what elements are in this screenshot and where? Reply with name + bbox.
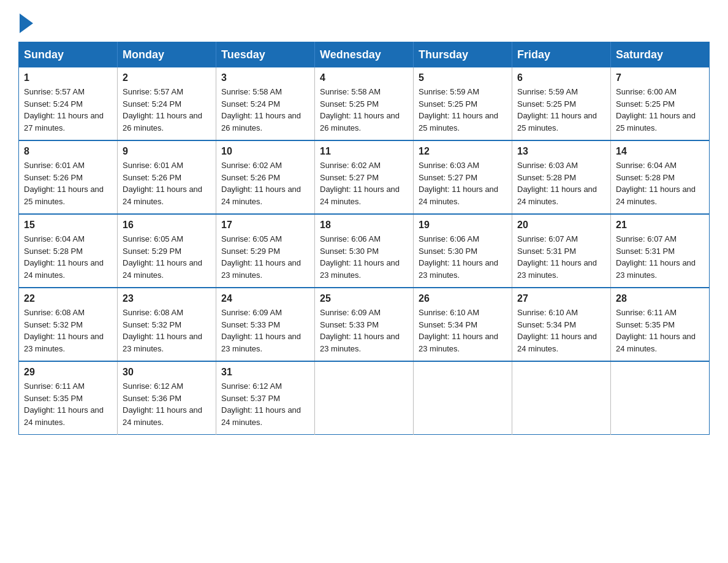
day-number: 21	[616, 220, 704, 231]
calendar-day-cell	[611, 361, 710, 435]
calendar-day-cell: 17 Sunrise: 6:05 AM Sunset: 5:29 PM Dayl…	[216, 214, 315, 288]
day-info: Sunrise: 6:03 AM Sunset: 5:28 PM Dayligh…	[517, 159, 605, 207]
calendar-week-row: 22 Sunrise: 6:08 AM Sunset: 5:32 PM Dayl…	[19, 288, 710, 361]
calendar-day-cell: 26 Sunrise: 6:10 AM Sunset: 5:34 PM Dayl…	[414, 288, 512, 361]
calendar-day-cell: 6 Sunrise: 5:59 AM Sunset: 5:25 PM Dayli…	[512, 67, 611, 140]
day-number: 1	[24, 72, 112, 83]
day-number: 15	[24, 220, 112, 231]
day-info: Sunrise: 6:10 AM Sunset: 5:34 PM Dayligh…	[419, 307, 507, 354]
day-info: Sunrise: 6:02 AM Sunset: 5:26 PM Dayligh…	[221, 159, 309, 207]
day-number: 3	[221, 72, 309, 83]
header-monday: Monday	[118, 42, 216, 68]
day-number: 27	[517, 293, 605, 304]
calendar-day-cell	[315, 361, 414, 435]
day-number: 13	[517, 146, 605, 157]
calendar-day-cell: 28 Sunrise: 6:11 AM Sunset: 5:35 PM Dayl…	[611, 288, 710, 361]
day-info: Sunrise: 6:04 AM Sunset: 5:28 PM Dayligh…	[616, 159, 704, 207]
day-info: Sunrise: 5:57 AM Sunset: 5:24 PM Dayligh…	[24, 86, 112, 134]
header-sunday: Sunday	[19, 42, 118, 68]
day-info: Sunrise: 6:01 AM Sunset: 5:26 PM Dayligh…	[24, 159, 112, 207]
day-info: Sunrise: 6:01 AM Sunset: 5:26 PM Dayligh…	[123, 159, 211, 207]
day-info: Sunrise: 6:05 AM Sunset: 5:29 PM Dayligh…	[221, 233, 309, 281]
calendar-day-cell: 11 Sunrise: 6:02 AM Sunset: 5:27 PM Dayl…	[315, 140, 414, 214]
day-info: Sunrise: 6:09 AM Sunset: 5:33 PM Dayligh…	[221, 307, 309, 354]
day-info: Sunrise: 6:05 AM Sunset: 5:29 PM Dayligh…	[123, 233, 211, 281]
day-info: Sunrise: 6:07 AM Sunset: 5:31 PM Dayligh…	[616, 233, 704, 281]
calendar-day-cell: 30 Sunrise: 6:12 AM Sunset: 5:36 PM Dayl…	[118, 361, 216, 435]
day-number: 7	[616, 72, 704, 83]
calendar-day-cell: 2 Sunrise: 5:57 AM Sunset: 5:24 PM Dayli…	[118, 67, 216, 140]
day-info: Sunrise: 6:04 AM Sunset: 5:28 PM Dayligh…	[24, 233, 112, 281]
day-info: Sunrise: 6:03 AM Sunset: 5:27 PM Dayligh…	[419, 159, 507, 207]
calendar-day-cell: 9 Sunrise: 6:01 AM Sunset: 5:26 PM Dayli…	[118, 140, 216, 214]
day-number: 6	[517, 72, 605, 83]
calendar-day-cell: 23 Sunrise: 6:08 AM Sunset: 5:32 PM Dayl…	[118, 288, 216, 361]
day-info: Sunrise: 5:57 AM Sunset: 5:24 PM Dayligh…	[123, 86, 211, 134]
day-number: 30	[123, 367, 211, 378]
page-header	[18, 12, 710, 31]
calendar-day-cell: 5 Sunrise: 5:59 AM Sunset: 5:25 PM Dayli…	[414, 67, 512, 140]
calendar-day-cell: 13 Sunrise: 6:03 AM Sunset: 5:28 PM Dayl…	[512, 140, 611, 214]
day-info: Sunrise: 6:02 AM Sunset: 5:27 PM Dayligh…	[320, 159, 408, 207]
day-number: 9	[123, 146, 211, 157]
calendar-day-cell: 10 Sunrise: 6:02 AM Sunset: 5:26 PM Dayl…	[216, 140, 315, 214]
calendar-day-cell: 31 Sunrise: 6:12 AM Sunset: 5:37 PM Dayl…	[216, 361, 315, 435]
day-number: 18	[320, 220, 408, 231]
day-number: 11	[320, 146, 408, 157]
day-number: 12	[419, 146, 507, 157]
header-tuesday: Tuesday	[216, 42, 315, 68]
day-number: 10	[221, 146, 309, 157]
day-number: 22	[24, 293, 112, 304]
day-number: 25	[320, 293, 408, 304]
calendar-day-cell: 22 Sunrise: 6:08 AM Sunset: 5:32 PM Dayl…	[19, 288, 118, 361]
calendar-day-cell	[414, 361, 512, 435]
calendar-day-cell: 1 Sunrise: 5:57 AM Sunset: 5:24 PM Dayli…	[19, 67, 118, 140]
calendar-day-cell: 12 Sunrise: 6:03 AM Sunset: 5:27 PM Dayl…	[414, 140, 512, 214]
day-number: 20	[517, 220, 605, 231]
day-number: 16	[123, 220, 211, 231]
calendar-day-cell: 14 Sunrise: 6:04 AM Sunset: 5:28 PM Dayl…	[611, 140, 710, 214]
day-info: Sunrise: 6:11 AM Sunset: 5:35 PM Dayligh…	[616, 307, 704, 354]
header-saturday: Saturday	[611, 42, 710, 68]
day-info: Sunrise: 6:11 AM Sunset: 5:35 PM Dayligh…	[24, 380, 112, 428]
day-info: Sunrise: 6:08 AM Sunset: 5:32 PM Dayligh…	[24, 307, 112, 354]
calendar-day-cell: 24 Sunrise: 6:09 AM Sunset: 5:33 PM Dayl…	[216, 288, 315, 361]
logo-arrow-icon	[20, 13, 33, 33]
calendar-day-cell: 25 Sunrise: 6:09 AM Sunset: 5:33 PM Dayl…	[315, 288, 414, 361]
day-info: Sunrise: 6:00 AM Sunset: 5:25 PM Dayligh…	[616, 86, 704, 134]
calendar-day-cell: 18 Sunrise: 6:06 AM Sunset: 5:30 PM Dayl…	[315, 214, 414, 288]
calendar-week-row: 1 Sunrise: 5:57 AM Sunset: 5:24 PM Dayli…	[19, 67, 710, 140]
day-info: Sunrise: 6:07 AM Sunset: 5:31 PM Dayligh…	[517, 233, 605, 281]
calendar-day-cell: 7 Sunrise: 6:00 AM Sunset: 5:25 PM Dayli…	[611, 67, 710, 140]
calendar-week-row: 29 Sunrise: 6:11 AM Sunset: 5:35 PM Dayl…	[19, 361, 710, 435]
day-info: Sunrise: 6:09 AM Sunset: 5:33 PM Dayligh…	[320, 307, 408, 354]
calendar-day-cell: 19 Sunrise: 6:06 AM Sunset: 5:30 PM Dayl…	[414, 214, 512, 288]
calendar-day-cell: 15 Sunrise: 6:04 AM Sunset: 5:28 PM Dayl…	[19, 214, 118, 288]
calendar-day-cell: 4 Sunrise: 5:58 AM Sunset: 5:25 PM Dayli…	[315, 67, 414, 140]
day-number: 19	[419, 220, 507, 231]
calendar-table: SundayMondayTuesdayWednesdayThursdayFrid…	[18, 42, 710, 435]
day-number: 31	[221, 367, 309, 378]
day-number: 29	[24, 367, 112, 378]
calendar-day-cell: 21 Sunrise: 6:07 AM Sunset: 5:31 PM Dayl…	[611, 214, 710, 288]
day-number: 28	[616, 293, 704, 304]
logo	[18, 12, 33, 31]
day-info: Sunrise: 6:10 AM Sunset: 5:34 PM Dayligh…	[517, 307, 605, 354]
calendar-day-cell: 16 Sunrise: 6:05 AM Sunset: 5:29 PM Dayl…	[118, 214, 216, 288]
day-number: 24	[221, 293, 309, 304]
day-number: 4	[320, 72, 408, 83]
day-number: 26	[419, 293, 507, 304]
day-info: Sunrise: 5:58 AM Sunset: 5:25 PM Dayligh…	[320, 86, 408, 134]
day-number: 8	[24, 146, 112, 157]
calendar-week-row: 15 Sunrise: 6:04 AM Sunset: 5:28 PM Dayl…	[19, 214, 710, 288]
calendar-day-cell: 27 Sunrise: 6:10 AM Sunset: 5:34 PM Dayl…	[512, 288, 611, 361]
calendar-week-row: 8 Sunrise: 6:01 AM Sunset: 5:26 PM Dayli…	[19, 140, 710, 214]
day-info: Sunrise: 5:58 AM Sunset: 5:24 PM Dayligh…	[221, 86, 309, 134]
day-info: Sunrise: 5:59 AM Sunset: 5:25 PM Dayligh…	[419, 86, 507, 134]
day-info: Sunrise: 6:12 AM Sunset: 5:37 PM Dayligh…	[221, 380, 309, 428]
calendar-day-cell: 29 Sunrise: 6:11 AM Sunset: 5:35 PM Dayl…	[19, 361, 118, 435]
day-info: Sunrise: 6:06 AM Sunset: 5:30 PM Dayligh…	[419, 233, 507, 281]
day-number: 2	[123, 72, 211, 83]
day-info: Sunrise: 6:08 AM Sunset: 5:32 PM Dayligh…	[123, 307, 211, 354]
calendar-day-cell: 8 Sunrise: 6:01 AM Sunset: 5:26 PM Dayli…	[19, 140, 118, 214]
